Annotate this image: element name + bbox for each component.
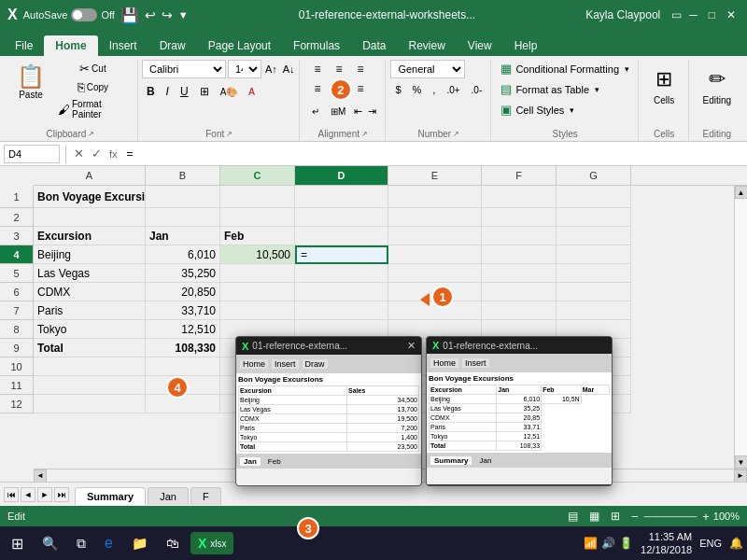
cells-button[interactable]: ⊞ Cells bbox=[646, 60, 682, 112]
col-header-a[interactable]: A bbox=[34, 166, 146, 185]
cut-button[interactable]: ✂ Cut bbox=[54, 60, 132, 77]
cell-a8[interactable]: Tokyo bbox=[34, 320, 146, 339]
cell-g3[interactable] bbox=[557, 227, 631, 245]
notification-icon[interactable]: 🔔 bbox=[729, 537, 743, 550]
underline-button[interactable]: U bbox=[176, 82, 193, 101]
cell-c3[interactable]: Feb bbox=[220, 227, 295, 245]
font-size-select[interactable]: 14 bbox=[228, 60, 261, 78]
sheet-tab-summary[interactable]: Summary bbox=[75, 487, 146, 505]
col-header-d[interactable]: D bbox=[295, 166, 388, 185]
autosave-toggle[interactable] bbox=[71, 8, 97, 21]
taskbar-excel-button[interactable]: X xlsx bbox=[190, 532, 234, 554]
col-header-f[interactable]: F bbox=[482, 166, 557, 185]
zoom-level[interactable]: 100% bbox=[713, 511, 740, 522]
align-left-button[interactable]: ≡ bbox=[307, 79, 328, 98]
cell-f4[interactable] bbox=[482, 245, 557, 264]
indent-decrease-icon[interactable]: ⇤ bbox=[352, 105, 364, 118]
font-expand-icon[interactable]: ↗ bbox=[226, 130, 233, 138]
cell-g7[interactable] bbox=[557, 301, 631, 320]
tab-page-layout[interactable]: Page Layout bbox=[197, 35, 282, 56]
cell-f5[interactable] bbox=[482, 264, 557, 283]
col-header-e[interactable]: E bbox=[388, 166, 482, 185]
scroll-track[interactable] bbox=[735, 199, 747, 455]
row-header-7[interactable]: 7 bbox=[0, 301, 34, 320]
scroll-up-button[interactable]: ▲ bbox=[735, 186, 748, 199]
cell-b7[interactable]: 33,710 bbox=[146, 301, 220, 320]
cell-f7[interactable] bbox=[482, 301, 557, 320]
cell-e3[interactable] bbox=[388, 227, 482, 245]
popup-1-close[interactable]: ✕ bbox=[407, 340, 416, 352]
col-header-b[interactable]: B bbox=[146, 166, 220, 185]
cell-c5[interactable] bbox=[220, 264, 295, 283]
cell-g4[interactable] bbox=[557, 245, 631, 264]
col-header-c[interactable]: C bbox=[220, 166, 295, 185]
cell-g6[interactable] bbox=[557, 283, 631, 301]
cell-a4[interactable]: Beijing bbox=[34, 245, 146, 264]
alignment-expand-icon[interactable]: ↗ bbox=[361, 130, 368, 138]
percent-button[interactable]: % bbox=[408, 80, 427, 99]
number-expand-icon[interactable]: ↗ bbox=[453, 130, 459, 138]
cell-a3[interactable]: Excursion bbox=[34, 227, 146, 245]
row-header-8[interactable]: 8 bbox=[0, 320, 34, 339]
cell-f6[interactable] bbox=[482, 283, 557, 301]
cell-f2[interactable] bbox=[482, 208, 557, 227]
volume-icon[interactable]: 🔊 bbox=[601, 537, 615, 550]
cell-b5[interactable]: 35,250 bbox=[146, 264, 220, 283]
cell-b10[interactable] bbox=[146, 357, 220, 376]
wrap-text-button[interactable]: ↵ bbox=[307, 102, 324, 120]
cell-e4[interactable] bbox=[388, 245, 482, 264]
store-button[interactable]: 🛍 bbox=[159, 532, 187, 554]
indent-increase-icon[interactable]: ⇥ bbox=[366, 105, 378, 118]
align-top-left-button[interactable]: ≡ bbox=[307, 60, 328, 78]
cell-f3[interactable] bbox=[482, 227, 557, 245]
bold-button[interactable]: B bbox=[142, 82, 160, 101]
tab-review[interactable]: Review bbox=[397, 35, 456, 56]
more-icon[interactable]: ▼ bbox=[178, 9, 189, 21]
view-layout-icon[interactable]: ▦ bbox=[589, 510, 599, 523]
comma-button[interactable]: , bbox=[428, 80, 440, 99]
cell-c7[interactable] bbox=[220, 301, 295, 320]
cell-d5[interactable] bbox=[295, 264, 388, 283]
row-header-10[interactable]: 10 bbox=[0, 357, 34, 376]
tab-nav-next[interactable]: ► bbox=[37, 487, 52, 502]
increase-size-icon[interactable]: A↑ bbox=[263, 63, 279, 75]
conditional-formatting-button[interactable]: ▦ Conditional Formatting ▾ bbox=[495, 60, 635, 77]
cell-b12[interactable] bbox=[146, 395, 220, 413]
row-header-9[interactable]: 9 bbox=[0, 339, 34, 357]
col-header-g[interactable]: G bbox=[557, 166, 631, 185]
cell-d6[interactable] bbox=[295, 283, 388, 301]
border-button[interactable]: ⊞ bbox=[195, 82, 214, 101]
cell-e5[interactable] bbox=[388, 264, 482, 283]
close-icon[interactable]: ✕ bbox=[723, 8, 740, 21]
cell-d3[interactable] bbox=[295, 227, 388, 245]
tab-formulas[interactable]: Formulas bbox=[282, 35, 351, 56]
zoom-out-button[interactable]: − bbox=[631, 510, 639, 524]
insert-function-icon[interactable]: fx bbox=[107, 148, 120, 160]
cell-b4[interactable]: 6,010 bbox=[146, 245, 220, 264]
cell-c2[interactable] bbox=[220, 208, 295, 227]
start-button[interactable]: ⊞ bbox=[4, 531, 31, 556]
tab-data[interactable]: Data bbox=[351, 35, 397, 56]
cell-d4[interactable]: = bbox=[295, 245, 388, 264]
task-view-button[interactable]: ⧉ bbox=[69, 532, 93, 555]
scroll-down-button[interactable]: ▼ bbox=[735, 455, 748, 469]
battery-icon[interactable]: 🔋 bbox=[619, 537, 633, 550]
cell-a9[interactable]: Total bbox=[34, 339, 146, 357]
cell-a2[interactable] bbox=[34, 208, 146, 227]
clipboard-expand-icon[interactable]: ↗ bbox=[88, 130, 94, 138]
cell-a1[interactable]: Bon Voyage Excursions bbox=[34, 186, 146, 208]
merge-button[interactable]: ⊞M bbox=[326, 102, 350, 120]
format-painter-button[interactable]: 🖌 Format Painter bbox=[54, 97, 132, 121]
cell-a10[interactable] bbox=[34, 357, 146, 376]
row-header-11[interactable]: 11 bbox=[0, 376, 34, 395]
align-top-center-button[interactable]: ≡ bbox=[329, 60, 349, 78]
number-format-select[interactable]: General bbox=[390, 60, 465, 78]
cell-f1[interactable] bbox=[482, 186, 557, 208]
folder-button[interactable]: 📁 bbox=[124, 532, 155, 554]
row-header-12[interactable]: 12 bbox=[0, 395, 34, 413]
row-header-1[interactable]: 1 bbox=[0, 186, 34, 208]
clock[interactable]: 11:35 AM 12/18/2018 bbox=[641, 530, 692, 557]
redo-icon[interactable]: ↪ bbox=[162, 7, 173, 22]
tab-draw[interactable]: Draw bbox=[148, 35, 197, 56]
name-box[interactable] bbox=[4, 145, 60, 163]
